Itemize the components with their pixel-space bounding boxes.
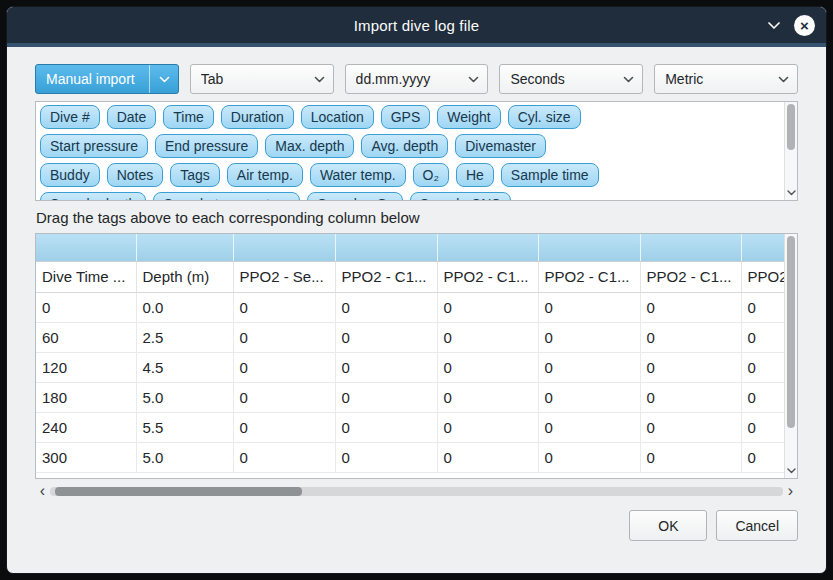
tag-duration[interactable]: Duration <box>221 105 294 129</box>
import-mode-select[interactable]: Manual import <box>35 64 179 94</box>
tag-sample-po[interactable]: Sample pO₂ <box>307 192 402 200</box>
scroll-left-icon[interactable]: ‹ <box>35 483 50 499</box>
cancel-button[interactable]: Cancel <box>716 510 798 541</box>
tag-tags[interactable]: Tags <box>170 163 220 187</box>
column-header: PPO2 - Se... <box>233 261 335 292</box>
table-cell: 0 <box>335 442 437 472</box>
column-header: PPO2 - C1... <box>437 261 538 292</box>
table-cell: 0 <box>640 412 741 442</box>
table-hscrollbar[interactable]: ‹ › <box>35 483 798 499</box>
close-window-button[interactable]: × <box>794 15 815 36</box>
tag-scrollbar-track[interactable] <box>785 102 797 185</box>
import-dialog: Import dive log file × Manual importTabd… <box>6 6 827 574</box>
chevron-down-icon <box>778 65 789 93</box>
tag-dive[interactable]: Dive # <box>40 105 100 129</box>
table-scrollbar-track[interactable] <box>785 234 797 463</box>
table-scrollbar[interactable] <box>784 234 797 478</box>
field-separator-select-value: Tab <box>201 71 308 87</box>
tag-panel: Dive #DateTimeDurationLocationGPSWeightC… <box>35 101 798 201</box>
column-header: PPO2 - C1... <box>538 261 640 292</box>
table-cell: 0 <box>335 322 437 352</box>
table-cell: 0 <box>538 352 640 382</box>
tag-divemaster[interactable]: Divemaster <box>455 134 546 158</box>
ok-button[interactable]: OK <box>629 510 707 541</box>
field-separator-select[interactable]: Tab <box>190 64 334 94</box>
tag-weight[interactable]: Weight <box>437 105 500 129</box>
table-cell: 0 <box>538 382 640 412</box>
units-select[interactable]: Metric <box>654 64 798 94</box>
date-format-select-value: dd.mm.yyyy <box>356 71 463 87</box>
table-cell: 0 <box>741 292 784 322</box>
duration-format-select[interactable]: Seconds <box>499 64 643 94</box>
table-row: 00.0000000 <box>36 292 784 322</box>
drop-target-cell[interactable] <box>437 234 538 261</box>
chevron-down-icon <box>623 65 634 93</box>
tag-sample-cns[interactable]: Sample CNS <box>410 192 511 200</box>
tag-row: Sample depthSample temperatureSample pO₂… <box>40 192 781 200</box>
chevron-down-icon[interactable] <box>767 21 781 30</box>
drop-target-cell[interactable] <box>741 234 784 261</box>
hscrollbar-thumb[interactable] <box>55 487 302 496</box>
tag-scrollbar-thumb[interactable] <box>787 104 795 150</box>
button-row: OK Cancel <box>35 510 798 541</box>
table-cell: 5.5 <box>136 412 233 442</box>
table-cell: 0 <box>538 412 640 442</box>
tag-end-pressure[interactable]: End pressure <box>155 134 258 158</box>
table-scrollbar-thumb[interactable] <box>787 236 795 428</box>
tag-scrollbar[interactable] <box>784 102 797 200</box>
table-cell: 0 <box>233 352 335 382</box>
tag-o[interactable]: O₂ <box>413 163 449 187</box>
duration-format-select-value: Seconds <box>510 71 617 87</box>
scroll-right-icon[interactable]: › <box>783 483 798 499</box>
tag-cyl-size[interactable]: Cyl. size <box>508 105 581 129</box>
tag-sample-time[interactable]: Sample time <box>501 163 599 187</box>
drop-target-cell[interactable] <box>136 234 233 261</box>
tag-gps[interactable]: GPS <box>381 105 431 129</box>
table-scroll-down-icon[interactable] <box>785 463 797 478</box>
table-viewport: Dive Time ...Depth (m)PPO2 - Se...PPO2 -… <box>36 234 784 478</box>
chevron-down-icon <box>314 65 325 93</box>
tag-air-temp[interactable]: Air temp. <box>227 163 303 187</box>
table-cell: 0 <box>640 382 741 412</box>
table-cell: 60 <box>36 322 136 352</box>
column-header: PPO2 - C1... <box>741 261 784 292</box>
tag-notes[interactable]: Notes <box>107 163 164 187</box>
tag-buddy[interactable]: Buddy <box>40 163 100 187</box>
table-row: 1204.5000000 <box>36 352 784 382</box>
date-format-select[interactable]: dd.mm.yyyy <box>345 64 489 94</box>
tag-sample-temperature[interactable]: Sample temperature <box>153 192 300 200</box>
titlebar[interactable]: Import dive log file × <box>7 7 826 43</box>
table-cell: 0 <box>741 442 784 472</box>
tag-max-depth[interactable]: Max. depth <box>265 134 354 158</box>
tag-sample-depth[interactable]: Sample depth <box>40 192 146 200</box>
drop-target-cell[interactable] <box>335 234 437 261</box>
hscrollbar-track[interactable] <box>50 487 783 496</box>
import-table: Dive Time ...Depth (m)PPO2 - Se...PPO2 -… <box>36 234 784 473</box>
table-cell: 0 <box>233 442 335 472</box>
table-cell: 300 <box>36 442 136 472</box>
drop-target-cell[interactable] <box>36 234 136 261</box>
tag-time[interactable]: Time <box>163 105 214 129</box>
table-cell: 0 <box>335 292 437 322</box>
drop-target-cell[interactable] <box>233 234 335 261</box>
tag-avg-depth[interactable]: Avg. depth <box>361 134 448 158</box>
table-cell: 0 <box>335 352 437 382</box>
table-cell: 0 <box>437 322 538 352</box>
table-cell: 120 <box>36 352 136 382</box>
tag-he[interactable]: He <box>456 163 494 187</box>
window-title: Import dive log file <box>354 17 480 34</box>
column-header: Dive Time ... <box>36 261 136 292</box>
table-cell: 0 <box>741 412 784 442</box>
table-row: 1805.0000000 <box>36 382 784 412</box>
tag-water-temp[interactable]: Water temp. <box>310 163 406 187</box>
tag-scroll-down-icon[interactable] <box>785 185 797 200</box>
tag-location[interactable]: Location <box>301 105 374 129</box>
drop-target-cell[interactable] <box>538 234 640 261</box>
table-cell: 0 <box>233 292 335 322</box>
import-mode-select-value: Manual import <box>46 71 143 87</box>
column-header: Depth (m) <box>136 261 233 292</box>
tag-start-pressure[interactable]: Start pressure <box>40 134 148 158</box>
tag-date[interactable]: Date <box>107 105 157 129</box>
drop-target-cell[interactable] <box>640 234 741 261</box>
header-row: Dive Time ...Depth (m)PPO2 - Se...PPO2 -… <box>36 261 784 292</box>
